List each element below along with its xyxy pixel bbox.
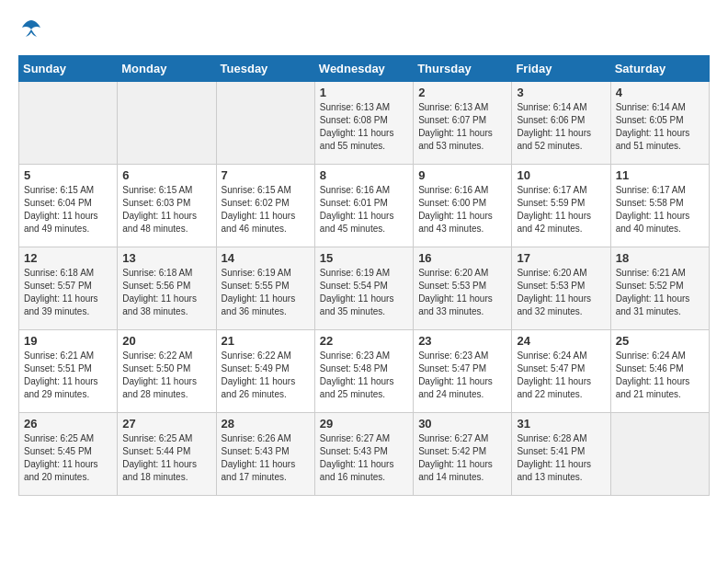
calendar-cell: 16Sunrise: 6:20 AM Sunset: 5:53 PM Dayli… xyxy=(414,247,512,330)
day-info: Sunrise: 6:24 AM Sunset: 5:46 PM Dayligh… xyxy=(616,350,704,401)
calendar-cell: 27Sunrise: 6:25 AM Sunset: 5:44 PM Dayli… xyxy=(118,413,216,496)
day-info: Sunrise: 6:27 AM Sunset: 5:42 PM Dayligh… xyxy=(418,432,506,484)
logo-icon xyxy=(18,18,44,40)
day-number: 8 xyxy=(320,168,408,182)
calendar-cell: 14Sunrise: 6:19 AM Sunset: 5:55 PM Dayli… xyxy=(216,247,314,330)
day-info: Sunrise: 6:14 AM Sunset: 6:06 PM Dayligh… xyxy=(517,101,605,153)
calendar-cell: 25Sunrise: 6:24 AM Sunset: 5:46 PM Dayli… xyxy=(610,330,709,413)
calendar-cell: 29Sunrise: 6:27 AM Sunset: 5:43 PM Dayli… xyxy=(314,413,413,496)
day-info: Sunrise: 6:25 AM Sunset: 5:45 PM Dayligh… xyxy=(24,432,112,484)
day-number: 13 xyxy=(122,251,210,265)
day-info: Sunrise: 6:22 AM Sunset: 5:49 PM Dayligh… xyxy=(222,350,310,401)
calendar-cell: 2Sunrise: 6:13 AM Sunset: 6:07 PM Daylig… xyxy=(414,82,512,165)
calendar-cell: 9Sunrise: 6:16 AM Sunset: 6:00 PM Daylig… xyxy=(414,165,512,247)
day-info: Sunrise: 6:14 AM Sunset: 6:05 PM Dayligh… xyxy=(616,101,704,153)
day-number: 7 xyxy=(222,168,310,182)
day-number: 30 xyxy=(418,417,506,431)
day-number: 1 xyxy=(320,86,408,99)
day-info: Sunrise: 6:20 AM Sunset: 5:53 PM Dayligh… xyxy=(517,267,605,318)
calendar-cell: 3Sunrise: 6:14 AM Sunset: 6:06 PM Daylig… xyxy=(512,82,610,165)
day-number: 16 xyxy=(418,251,506,265)
day-info: Sunrise: 6:18 AM Sunset: 5:56 PM Dayligh… xyxy=(122,267,210,318)
calendar-cell: 12Sunrise: 6:18 AM Sunset: 5:57 PM Dayli… xyxy=(19,247,118,330)
day-info: Sunrise: 6:23 AM Sunset: 5:48 PM Dayligh… xyxy=(320,350,408,401)
day-info: Sunrise: 6:15 AM Sunset: 6:04 PM Dayligh… xyxy=(24,184,112,236)
day-number: 11 xyxy=(616,168,704,182)
weekday-header: Friday xyxy=(512,56,610,82)
calendar-cell xyxy=(118,82,216,165)
weekday-header: Sunday xyxy=(19,56,118,82)
calendar-cell: 30Sunrise: 6:27 AM Sunset: 5:42 PM Dayli… xyxy=(414,413,512,496)
page-header xyxy=(18,18,710,40)
calendar-week-row: 1Sunrise: 6:13 AM Sunset: 6:08 PM Daylig… xyxy=(19,82,710,165)
calendar-week-row: 19Sunrise: 6:21 AM Sunset: 5:51 PM Dayli… xyxy=(19,330,710,413)
calendar-header: SundayMondayTuesdayWednesdayThursdayFrid… xyxy=(19,56,710,82)
calendar-cell: 31Sunrise: 6:28 AM Sunset: 5:41 PM Dayli… xyxy=(512,413,610,496)
calendar-cell: 26Sunrise: 6:25 AM Sunset: 5:45 PM Dayli… xyxy=(19,413,118,496)
day-number: 3 xyxy=(517,86,605,99)
day-number: 28 xyxy=(222,417,310,431)
day-number: 15 xyxy=(320,251,408,265)
calendar-cell: 4Sunrise: 6:14 AM Sunset: 6:05 PM Daylig… xyxy=(610,82,709,165)
day-number: 23 xyxy=(418,334,506,348)
day-info: Sunrise: 6:27 AM Sunset: 5:43 PM Dayligh… xyxy=(320,432,408,484)
calendar-week-row: 5Sunrise: 6:15 AM Sunset: 6:04 PM Daylig… xyxy=(19,165,710,247)
weekday-header: Thursday xyxy=(414,56,512,82)
weekday-header: Wednesday xyxy=(314,56,413,82)
day-info: Sunrise: 6:21 AM Sunset: 5:51 PM Dayligh… xyxy=(24,350,112,401)
calendar-cell: 18Sunrise: 6:21 AM Sunset: 5:52 PM Dayli… xyxy=(610,247,709,330)
day-number: 9 xyxy=(418,168,506,182)
calendar-cell: 19Sunrise: 6:21 AM Sunset: 5:51 PM Dayli… xyxy=(19,330,118,413)
calendar-cell: 6Sunrise: 6:15 AM Sunset: 6:03 PM Daylig… xyxy=(118,165,216,247)
day-number: 22 xyxy=(320,334,408,348)
day-info: Sunrise: 6:19 AM Sunset: 5:54 PM Dayligh… xyxy=(320,267,408,318)
day-number: 26 xyxy=(24,417,112,431)
day-number: 5 xyxy=(24,168,112,182)
day-number: 29 xyxy=(320,417,408,431)
day-number: 20 xyxy=(122,334,210,348)
day-number: 14 xyxy=(222,251,310,265)
calendar-cell xyxy=(216,82,314,165)
calendar-body: 1Sunrise: 6:13 AM Sunset: 6:08 PM Daylig… xyxy=(19,82,710,496)
calendar-cell xyxy=(610,413,709,496)
calendar-cell: 23Sunrise: 6:23 AM Sunset: 5:47 PM Dayli… xyxy=(414,330,512,413)
day-number: 2 xyxy=(418,86,506,99)
weekday-header: Tuesday xyxy=(216,56,314,82)
calendar-table: SundayMondayTuesdayWednesdayThursdayFrid… xyxy=(18,55,710,496)
calendar-cell: 20Sunrise: 6:22 AM Sunset: 5:50 PM Dayli… xyxy=(118,330,216,413)
day-info: Sunrise: 6:16 AM Sunset: 6:00 PM Dayligh… xyxy=(418,184,506,236)
weekday-header: Monday xyxy=(118,56,216,82)
day-number: 12 xyxy=(24,251,112,265)
day-info: Sunrise: 6:13 AM Sunset: 6:08 PM Dayligh… xyxy=(320,101,408,153)
day-number: 27 xyxy=(122,417,210,431)
day-info: Sunrise: 6:15 AM Sunset: 6:02 PM Dayligh… xyxy=(222,184,310,236)
calendar-cell: 5Sunrise: 6:15 AM Sunset: 6:04 PM Daylig… xyxy=(19,165,118,247)
calendar-cell: 15Sunrise: 6:19 AM Sunset: 5:54 PM Dayli… xyxy=(314,247,413,330)
day-info: Sunrise: 6:19 AM Sunset: 5:55 PM Dayligh… xyxy=(222,267,310,318)
day-info: Sunrise: 6:13 AM Sunset: 6:07 PM Dayligh… xyxy=(418,101,506,153)
weekday-header: Saturday xyxy=(610,56,709,82)
day-number: 31 xyxy=(517,417,605,431)
calendar-week-row: 26Sunrise: 6:25 AM Sunset: 5:45 PM Dayli… xyxy=(19,413,710,496)
calendar-cell: 1Sunrise: 6:13 AM Sunset: 6:08 PM Daylig… xyxy=(314,82,413,165)
day-info: Sunrise: 6:16 AM Sunset: 6:01 PM Dayligh… xyxy=(320,184,408,236)
day-info: Sunrise: 6:22 AM Sunset: 5:50 PM Dayligh… xyxy=(122,350,210,401)
day-number: 4 xyxy=(616,86,704,99)
day-info: Sunrise: 6:26 AM Sunset: 5:43 PM Dayligh… xyxy=(222,432,310,484)
day-info: Sunrise: 6:28 AM Sunset: 5:41 PM Dayligh… xyxy=(517,432,605,484)
day-info: Sunrise: 6:17 AM Sunset: 5:59 PM Dayligh… xyxy=(517,184,605,236)
day-number: 19 xyxy=(24,334,112,348)
calendar-cell: 17Sunrise: 6:20 AM Sunset: 5:53 PM Dayli… xyxy=(512,247,610,330)
day-number: 21 xyxy=(222,334,310,348)
day-info: Sunrise: 6:18 AM Sunset: 5:57 PM Dayligh… xyxy=(24,267,112,318)
calendar-cell xyxy=(19,82,118,165)
calendar-cell: 8Sunrise: 6:16 AM Sunset: 6:01 PM Daylig… xyxy=(314,165,413,247)
day-number: 6 xyxy=(122,168,210,182)
logo xyxy=(18,18,48,40)
day-info: Sunrise: 6:25 AM Sunset: 5:44 PM Dayligh… xyxy=(122,432,210,484)
day-number: 24 xyxy=(517,334,605,348)
weekday-row: SundayMondayTuesdayWednesdayThursdayFrid… xyxy=(19,56,710,82)
calendar-cell: 28Sunrise: 6:26 AM Sunset: 5:43 PM Dayli… xyxy=(216,413,314,496)
calendar-cell: 11Sunrise: 6:17 AM Sunset: 5:58 PM Dayli… xyxy=(610,165,709,247)
day-number: 10 xyxy=(517,168,605,182)
